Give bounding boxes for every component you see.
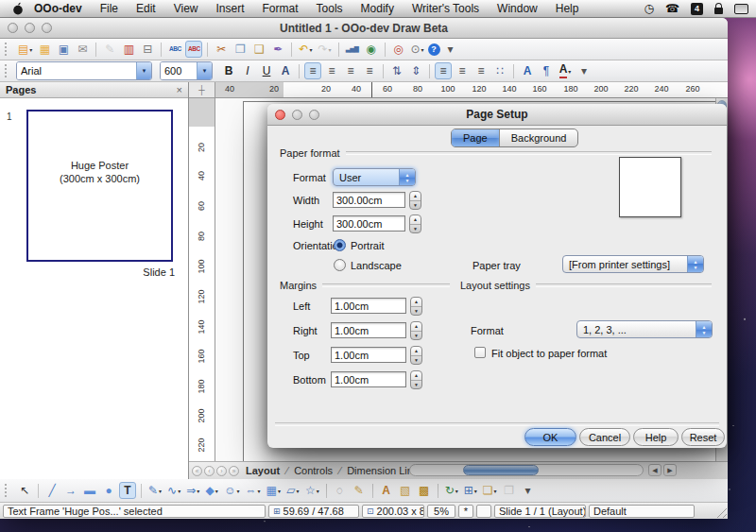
status-position[interactable]: ⊞ 59.69 / 47.68 (268, 505, 359, 518)
margin-bottom-input[interactable] (331, 371, 406, 387)
spaces-badge[interactable]: 4 (691, 3, 703, 15)
select-tool-icon[interactable]: ↖ (16, 482, 33, 499)
scroll-right-icon[interactable]: ▶ (663, 464, 677, 476)
last-layer-button[interactable]: » (229, 466, 239, 476)
connector-tool-icon[interactable]: ∿▾ (165, 482, 182, 499)
open-folder-icon[interactable]: ▦ (36, 41, 53, 58)
line-tool-icon[interactable]: ╱ (43, 482, 60, 499)
bold-icon[interactable]: B (220, 62, 237, 79)
undo-icon[interactable]: ↶▾ (297, 41, 314, 58)
chart-icon[interactable]: ▃▅▇ (344, 41, 361, 58)
format-popup[interactable]: User ▲▼ (333, 168, 416, 186)
width-stepper[interactable]: ▲▼ (409, 191, 421, 210)
italic-icon[interactable]: I (239, 62, 256, 79)
menu-file[interactable]: File (100, 2, 118, 15)
status-slide[interactable]: Slide 1 / 1 (Layout) (494, 505, 586, 518)
margin-right-stepper[interactable]: ▲▼ (410, 321, 422, 340)
landscape-radio[interactable] (334, 259, 346, 271)
align-justify-icon[interactable]: ≡ (361, 62, 378, 79)
rectangle-tool-icon[interactable]: ▬ (81, 482, 98, 499)
horizontal-scrollbar-thumb[interactable] (463, 465, 539, 475)
font-name-input[interactable] (17, 62, 136, 79)
menu-view[interactable]: View (174, 2, 198, 15)
symbol-shapes-icon[interactable]: ☺▾ (222, 482, 241, 499)
first-layer-button[interactable]: « (192, 466, 202, 476)
chevron-down-icon[interactable]: ▼ (197, 62, 212, 79)
layout-format-popup[interactable]: 1, 2, 3, ... ▲▼ (576, 320, 713, 338)
bullets-icon[interactable]: ∷ (491, 62, 508, 79)
cut-icon[interactable]: ✂ (213, 41, 230, 58)
font-effects-icon[interactable]: A (277, 62, 294, 79)
help-icon[interactable]: ? (428, 43, 440, 56)
email-icon[interactable]: ✉ (74, 41, 91, 58)
window-titlebar[interactable]: Untitled 1 - OOo-dev Draw Beta (0, 18, 728, 39)
tab-controls[interactable]: Controls (288, 465, 338, 476)
menu-tools[interactable]: Tools (317, 2, 343, 15)
line-spacing-2-icon[interactable]: ≡ (472, 62, 490, 79)
ok-button[interactable]: OK (524, 428, 576, 446)
dialog-titlebar[interactable]: Page Setup (267, 104, 727, 126)
menu-modify[interactable]: Modify (361, 2, 394, 15)
paragraph-dialog-icon[interactable]: ¶ (538, 62, 555, 79)
toolbar-options-icon[interactable]: ▾ (442, 41, 459, 58)
cancel-button[interactable]: Cancel (579, 428, 630, 446)
rotate-icon[interactable]: ↻▾ (443, 482, 460, 499)
decrease-spacing-icon[interactable]: ⇕ (407, 62, 424, 79)
gallery-icon[interactable]: ▩ (416, 482, 433, 499)
font-size-input[interactable] (161, 62, 197, 79)
basic-shapes-icon[interactable]: ◆▾ (203, 482, 220, 499)
navigator-icon[interactable]: ◎ (390, 41, 407, 58)
block-arrows-icon[interactable]: ⇔▾ (244, 482, 263, 499)
portrait-radio[interactable] (334, 239, 346, 251)
margin-top-stepper[interactable]: ▲▼ (410, 346, 422, 365)
margin-left-stepper[interactable]: ▲▼ (410, 297, 422, 316)
edit-points-icon[interactable]: ◌ (332, 482, 349, 499)
block-arrow-tool-icon[interactable]: ⇒▾ (184, 482, 201, 499)
menu-window[interactable]: Window (497, 2, 538, 15)
height-stepper[interactable]: ▲▼ (409, 215, 421, 233)
prev-layer-button[interactable]: ‹ (204, 466, 215, 476)
horizontal-scrollbar[interactable] (409, 464, 644, 476)
margin-right-input[interactable] (331, 322, 406, 338)
increase-spacing-icon[interactable]: ⇅ (388, 62, 405, 79)
clone-formatting-icon[interactable]: ✒ (269, 41, 286, 58)
align-right-icon[interactable]: ≡ (342, 62, 359, 79)
resize-grip[interactable] (714, 506, 727, 518)
autospellcheck-icon[interactable]: ABC (185, 41, 202, 58)
horizontal-ruler[interactable]: ┼ 40202040608010012014016018020022024026… (189, 82, 728, 98)
width-input[interactable] (333, 192, 405, 208)
clock-icon[interactable]: ◷ (644, 2, 654, 15)
apple-menu[interactable] (11, 2, 25, 15)
slide-thumbnail[interactable]: Huge Poster (300cm x 300cm) (26, 110, 173, 262)
character-dialog-icon[interactable]: A (519, 62, 536, 79)
chevron-down-icon[interactable]: ▼ (136, 62, 151, 79)
close-panel-icon[interactable]: × (177, 84, 182, 95)
align-center-icon[interactable]: ≡ (323, 62, 340, 79)
paste-icon[interactable]: ❑ (250, 41, 267, 58)
menu-edit[interactable]: Edit (136, 2, 156, 15)
copy-icon[interactable]: ❐ (232, 41, 249, 58)
status-size[interactable]: ⊡ 200.03 x 82 (362, 505, 424, 518)
callouts-icon[interactable]: ▱▾ (284, 482, 301, 499)
zoom-tool-icon[interactable]: ⊙▾ (409, 41, 426, 58)
tab-layout[interactable]: Layout (240, 465, 285, 476)
paper-tray-popup[interactable]: [From printer settings] ▲▼ (562, 255, 704, 273)
export-pdf-icon[interactable]: ▥ (120, 41, 137, 58)
hyperlink-globe-icon[interactable]: ◉ (363, 41, 380, 58)
toolbar-options-icon[interactable]: ▾ (576, 62, 593, 79)
glue-points-icon[interactable]: ✎ (351, 482, 368, 499)
line-spacing-1-icon[interactable]: ≡ (435, 62, 452, 79)
margin-left-input[interactable] (331, 298, 406, 314)
arrow-line-tool-icon[interactable]: → (62, 482, 79, 499)
margin-bottom-stepper[interactable]: ▲▼ (410, 370, 422, 389)
help-button[interactable]: Help (633, 428, 679, 446)
next-layer-button[interactable]: › (216, 466, 227, 476)
menu-insert[interactable]: Insert (216, 2, 245, 15)
menu-help[interactable]: Help (556, 2, 579, 15)
tab-background[interactable]: Background (499, 129, 578, 146)
reset-button[interactable]: Reset (681, 428, 725, 446)
vertical-ruler[interactable]: 20406080100120140160180200220 (189, 98, 215, 461)
toolbar-grip[interactable] (5, 484, 11, 497)
toolbar-options-icon[interactable]: ▾ (520, 482, 537, 499)
font-color-icon[interactable]: A▾ (557, 62, 574, 79)
